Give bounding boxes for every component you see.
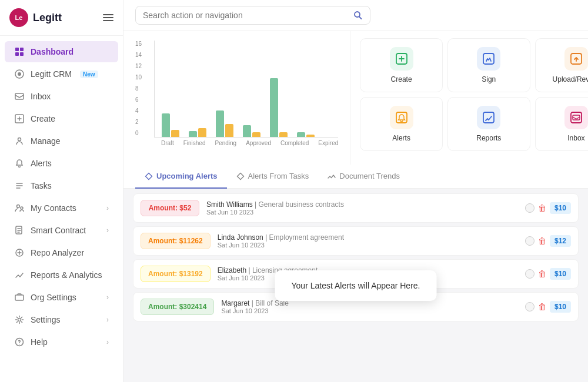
trash-icon-1[interactable]: 🗑	[538, 203, 546, 213]
alert-date-2: Sat Jun 10 2023	[218, 242, 518, 249]
alert-amount-1: Amount: $52	[141, 200, 199, 216]
alert-price-4: $10	[550, 301, 571, 313]
chevron-right-icon: ›	[106, 293, 109, 301]
alert-check-4[interactable]	[525, 302, 534, 311]
tab-alerts-from-tasks[interactable]: Alerts From Tasks	[227, 165, 319, 189]
sidebar-item-contacts-label: My Contacts	[31, 203, 76, 213]
create-icon	[14, 113, 25, 124]
action-card-create[interactable]: Create	[360, 38, 443, 92]
alert-actions-3: 🗑 $10	[525, 268, 571, 280]
sidebar-nav: Dashboard Legitt CRM New Inbox Create	[0, 36, 123, 382]
svg-point-8	[18, 138, 21, 141]
action-card-upload-review[interactable]: Upload/Review	[535, 38, 588, 92]
hamburger-icon[interactable]	[103, 14, 113, 21]
trends-icon	[328, 172, 336, 180]
trash-icon-3[interactable]: 🗑	[538, 269, 546, 279]
alert-info-1: Smith Williams | General business contra…	[206, 200, 518, 216]
svg-rect-22	[483, 112, 494, 123]
sidebar-item-my-contacts[interactable]: My Contacts ›	[5, 197, 118, 219]
search-bar[interactable]	[135, 6, 370, 25]
contacts-icon	[14, 203, 25, 213]
sidebar-item-repo-analyzer[interactable]: Repo Analyzer	[5, 242, 118, 263]
alert-check-1[interactable]	[525, 203, 534, 213]
svg-point-10	[21, 207, 23, 209]
action-card-alerts[interactable]: Alerts	[360, 97, 443, 151]
action-card-reports[interactable]: Reports	[447, 97, 530, 151]
logo-icon: Le	[9, 8, 28, 27]
top-row: 16 14 12 10 8 6 4 2 0	[123, 31, 588, 165]
x-label-pending: Pending	[215, 140, 236, 146]
sidebar: Le Legitt Dashboard Legitt CRM New	[0, 0, 123, 382]
alerts-action-icon	[390, 106, 413, 129]
x-label-completed: Completed	[280, 140, 309, 146]
alert-name-1: Smith Williams | General business contra…	[206, 200, 518, 209]
svg-rect-1	[20, 48, 24, 51]
manage-icon	[14, 136, 25, 146]
chart-container: 16 14 12 10 8 6 4 2 0	[135, 41, 338, 155]
sidebar-item-smart-contract[interactable]: Smart Contract ›	[5, 220, 118, 241]
repo-icon	[14, 247, 25, 258]
tab-upcoming-alerts[interactable]: Upcoming Alerts	[135, 165, 227, 189]
org-icon	[14, 292, 25, 303]
trash-icon-4[interactable]: 🗑	[538, 302, 546, 311]
sidebar-item-legitt-crm[interactable]: Legitt CRM New	[5, 63, 118, 85]
sidebar-item-help[interactable]: Help ›	[5, 331, 118, 353]
alert-check-2[interactable]	[525, 236, 534, 246]
create-action-icon	[390, 47, 413, 71]
sidebar-item-reports-label: Reports & Analytics	[31, 270, 102, 280]
alerts-action-label: Alerts	[392, 134, 410, 142]
sidebar-item-settings[interactable]: Settings ›	[5, 309, 118, 330]
alert-check-3[interactable]	[525, 269, 534, 279]
content-area: 16 14 12 10 8 6 4 2 0	[123, 31, 588, 382]
tab-document-trends[interactable]: Document Trends	[318, 165, 409, 189]
svg-point-17	[355, 12, 360, 17]
alert-price-1: $10	[550, 202, 571, 214]
sidebar-item-tasks[interactable]: Tasks	[5, 175, 118, 196]
upload-action-icon	[564, 47, 588, 71]
alert-actions-2: 🗑 $12	[525, 235, 571, 247]
trash-icon-2[interactable]: 🗑	[538, 236, 546, 246]
sidebar-item-repo-label: Repo Analyzer	[31, 248, 84, 257]
svg-rect-2	[15, 52, 19, 56]
chevron-right-icon: ›	[106, 338, 109, 346]
alert-amount-4: Amount: $302414	[141, 299, 214, 315]
alert-info-4: Margaret | Bill of Sale Sat Jun 10 2023	[221, 299, 518, 314]
sidebar-item-tasks-label: Tasks	[31, 181, 52, 190]
chevron-right-icon: ›	[106, 226, 109, 234]
sidebar-item-inbox[interactable]: Inbox	[5, 86, 118, 107]
action-card-inbox[interactable]: Inbox	[535, 97, 588, 151]
crm-icon	[14, 69, 25, 79]
sidebar-item-alerts[interactable]: Alerts	[5, 153, 118, 174]
tasks-icon	[14, 180, 25, 191]
chevron-right-icon: ›	[106, 316, 109, 324]
main-content: 16 14 12 10 8 6 4 2 0	[123, 0, 588, 382]
diamond-outline-icon	[236, 172, 245, 180]
svg-rect-0	[15, 48, 19, 51]
sidebar-item-reports-analytics[interactable]: Reports & Analytics	[5, 264, 118, 286]
alert-name-2: Linda Johnson | Employment agreement	[218, 233, 518, 242]
action-card-sign[interactable]: Sign	[447, 38, 530, 92]
svg-point-14	[18, 319, 21, 321]
x-label-finished: Finished	[183, 140, 206, 146]
x-label-draft: Draft	[161, 140, 174, 146]
search-icon	[353, 11, 363, 20]
inbox-action-icon	[564, 106, 588, 129]
settings-icon	[14, 314, 25, 325]
alert-date-1: Sat Jun 10 2023	[206, 209, 518, 216]
sidebar-item-create[interactable]: Create	[5, 108, 118, 129]
chart-section: 16 14 12 10 8 6 4 2 0	[123, 31, 350, 165]
logo-area: Le Legitt	[0, 0, 123, 36]
sign-action-label: Sign	[482, 75, 496, 83]
sidebar-item-dashboard[interactable]: Dashboard	[5, 41, 118, 62]
sidebar-item-manage[interactable]: Manage	[5, 130, 118, 152]
sidebar-item-org-label: Org Settings	[31, 293, 76, 302]
inbox-action-label: Inbox	[567, 134, 584, 142]
actions-grid: Create Sign Upload/Review	[360, 38, 588, 151]
sidebar-item-org-settings[interactable]: Org Settings ›	[5, 287, 118, 308]
svg-rect-19	[483, 53, 494, 64]
search-input[interactable]	[143, 11, 349, 20]
sign-action-icon	[477, 47, 500, 71]
create-action-label: Create	[391, 75, 412, 83]
smart-contract-icon	[14, 225, 25, 236]
alerts-icon	[14, 158, 25, 169]
